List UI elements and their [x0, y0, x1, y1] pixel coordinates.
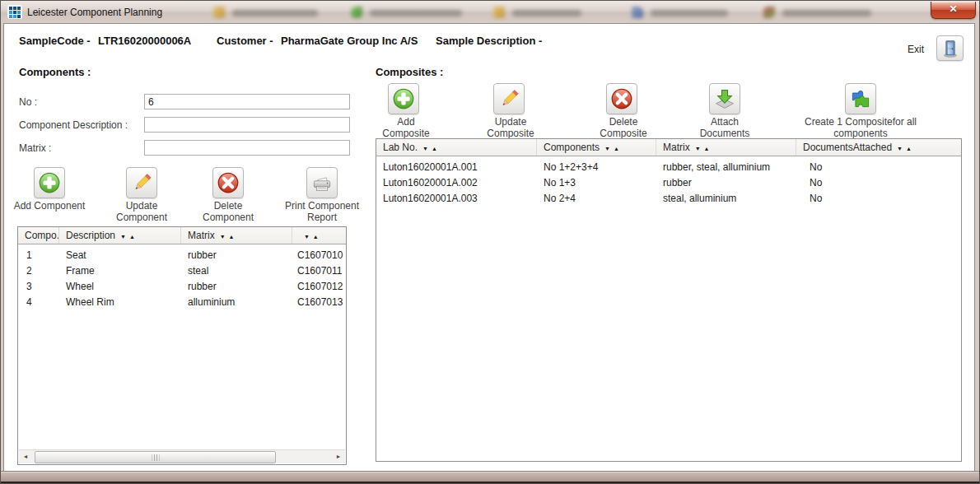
- delete-icon: [216, 170, 240, 195]
- door-icon: [940, 39, 960, 58]
- customer-label: Customer -: [217, 35, 273, 47]
- composites-table: Lab No.▼ ▲ Components▼ ▲ Matrix▼ ▲ Docum…: [376, 138, 962, 462]
- delete-icon: [609, 86, 634, 111]
- components-table-header: Compo... Description▼ ▲ Matrix▼ ▲ ▼ ▲: [18, 227, 346, 244]
- pencil-icon: [130, 171, 153, 194]
- col-header-documents-attached[interactable]: DocumentsAttached▼ ▲: [796, 139, 961, 156]
- delete-composite-button[interactable]: [606, 83, 637, 114]
- component-description-input[interactable]: [144, 117, 350, 133]
- composite-row[interactable]: Luton16020001A.001 No 1+2+3+4 rubber, st…: [376, 160, 961, 175]
- no-label: No :: [19, 96, 37, 108]
- delete-component-button[interactable]: [212, 167, 244, 198]
- attach-icon: [713, 87, 736, 110]
- add-composite-label: Add Composite: [375, 116, 437, 139]
- background-window-ghost: [213, 7, 318, 18]
- app-window: Leicester Component Planning ✕ SampleCod…: [0, 0, 980, 484]
- col-header-code[interactable]: ▼ ▲: [292, 227, 346, 244]
- add-component-button[interactable]: [34, 167, 65, 198]
- composites-table-header: Lab No.▼ ▲ Components▼ ▲ Matrix▼ ▲ Docum…: [376, 139, 961, 156]
- sort-icon: ▼ ▲: [422, 146, 438, 151]
- components-heading: Components :: [19, 66, 91, 78]
- background-window-ghost: [351, 7, 462, 18]
- update-component-label: Update Component: [109, 200, 175, 223]
- sort-icon: ▼ ▲: [695, 146, 711, 151]
- composite-row[interactable]: Luton16020001A.003 No 2+4 steal, allumin…: [376, 191, 961, 207]
- background-window-ghost: [493, 7, 581, 18]
- app-icon: [7, 5, 22, 19]
- create-composite-for-all-label: Create 1 Compositefor all components: [795, 116, 926, 139]
- component-row[interactable]: 3 Wheel rubber C1607012: [18, 279, 346, 295]
- add-component-label: Add Component: [4, 200, 95, 212]
- col-header-matrix[interactable]: Matrix▼ ▲: [656, 139, 796, 156]
- background-window-ghost: [632, 7, 728, 18]
- col-header-matrix[interactable]: Matrix▼ ▲: [181, 227, 292, 244]
- pencil-icon: [497, 87, 520, 110]
- print-component-report-label: Print Component Report: [281, 200, 363, 223]
- update-component-button[interactable]: [126, 167, 157, 198]
- matrix-input[interactable]: [144, 140, 350, 156]
- components-table: Compo... Description▼ ▲ Matrix▼ ▲ ▼ ▲ 1 …: [17, 226, 347, 465]
- sample-description-label: Sample Description -: [436, 35, 542, 47]
- add-icon: [391, 86, 416, 111]
- col-header-component[interactable]: Compo...: [18, 227, 59, 244]
- window-title: Leicester Component Planning: [27, 7, 162, 18]
- delete-component-label: Delete Component: [195, 200, 261, 223]
- col-header-description[interactable]: Description▼ ▲: [59, 227, 181, 244]
- sort-icon: ▼ ▲: [604, 146, 620, 151]
- printer-icon: [310, 171, 334, 194]
- delete-composite-label: Delete Composite: [589, 116, 658, 139]
- main-content: SampleCode - LTR16020000006A Customer - …: [3, 23, 975, 472]
- col-header-components[interactable]: Components▼ ▲: [537, 139, 656, 156]
- sample-code-value: LTR16020000006A: [98, 35, 191, 47]
- composite-row[interactable]: Luton16020001A.002 No 1+3 rubber No: [376, 175, 961, 191]
- puzzle-icon: [849, 87, 872, 110]
- component-description-label: Component Description :: [19, 119, 128, 131]
- add-composite-button[interactable]: [388, 83, 419, 114]
- attach-documents-label: Attach Documents: [690, 116, 759, 139]
- update-composite-label: Update Composite: [476, 116, 545, 139]
- scroll-left-arrow[interactable]: ◄: [19, 450, 32, 463]
- horizontal-scrollbar[interactable]: ◄ ►: [19, 449, 345, 463]
- create-composite-for-all-button[interactable]: [845, 83, 876, 114]
- composites-heading: Composites :: [376, 66, 443, 78]
- background-window-ghost: [763, 7, 871, 18]
- exit-label: Exit: [908, 44, 924, 55]
- print-component-report-button[interactable]: [306, 167, 338, 198]
- sort-icon: ▼ ▲: [220, 234, 236, 240]
- sort-icon: ▼ ▲: [120, 234, 136, 240]
- sort-icon: ▼ ▲: [897, 146, 912, 151]
- scrollbar-thumb[interactable]: [35, 451, 276, 463]
- sample-code-label: SampleCode -: [19, 35, 91, 47]
- sort-icon: ▼ ▲: [304, 234, 320, 240]
- add-icon: [37, 170, 62, 195]
- scroll-right-arrow[interactable]: ►: [332, 450, 345, 463]
- component-row[interactable]: 4 Wheel Rim alluminium C1607013: [18, 295, 346, 310]
- matrix-label: Matrix :: [19, 142, 51, 154]
- close-button[interactable]: ✕: [931, 2, 976, 19]
- exit-button[interactable]: [936, 35, 964, 61]
- update-composite-button[interactable]: [493, 83, 525, 114]
- attach-documents-button[interactable]: [709, 83, 740, 114]
- component-row[interactable]: 2 Frame steal C1607011: [18, 263, 346, 279]
- title-bar[interactable]: Leicester Component Planning ✕: [1, 1, 979, 23]
- window-bottom-frame: [1, 471, 979, 483]
- scrollbar-grip: [152, 454, 159, 461]
- customer-value: PharmaGate Group Inc A/S: [281, 35, 418, 47]
- component-row[interactable]: 1 Seat rubber C1607010: [18, 248, 346, 263]
- col-header-lab-no[interactable]: Lab No.▼ ▲: [376, 139, 537, 156]
- no-input[interactable]: [144, 94, 350, 109]
